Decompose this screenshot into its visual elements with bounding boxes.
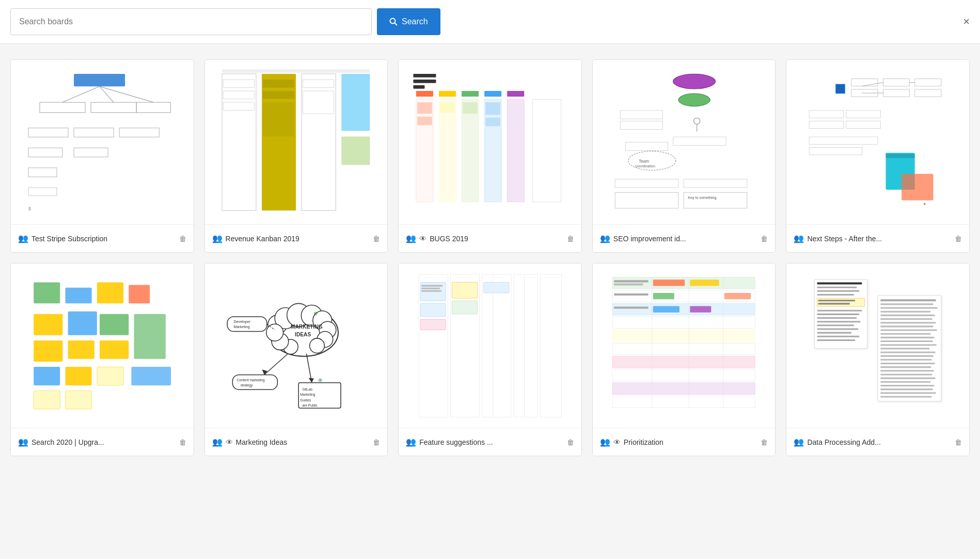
svg-rect-4 (91, 102, 136, 113)
svg-text:Developer: Developer (234, 320, 251, 324)
svg-rect-67 (835, 84, 845, 94)
group-icon: 👥 (212, 437, 223, 447)
delete-board-button[interactable]: 🗑 (567, 438, 574, 446)
svg-text:⊕: ⊕ (318, 377, 322, 383)
svg-rect-12 (28, 148, 62, 157)
svg-rect-214 (880, 378, 935, 379)
delete-board-button[interactable]: 🗑 (373, 235, 380, 243)
svg-rect-151 (421, 290, 441, 292)
svg-rect-197 (880, 315, 935, 316)
svg-rect-9 (28, 128, 68, 137)
board-card[interactable]: Team coordination Key to something 👥 SEO… (592, 59, 776, 253)
svg-rect-142 (420, 304, 446, 317)
svg-rect-57 (673, 137, 726, 145)
svg-text:Key to something: Key to something (688, 196, 717, 200)
board-footer-left: 👥 Data Processing Add... (794, 437, 955, 447)
svg-rect-200 (880, 325, 933, 327)
svg-rect-83 (846, 121, 880, 128)
board-card[interactable]: 👥 Feature suggestions ... 🗑 (398, 263, 582, 456)
svg-rect-122 (233, 375, 278, 390)
board-card[interactable]: 👥 Revenue Kanban 2019 🗑 (204, 59, 388, 253)
svg-rect-89 (97, 283, 123, 304)
svg-rect-187 (817, 324, 855, 326)
board-card[interactable]: $ 👥 Test Stripe Subscription 🗑 (10, 59, 194, 253)
board-title: SEO improvement id... (613, 235, 686, 243)
svg-rect-202 (880, 333, 930, 335)
svg-rect-140 (540, 274, 561, 417)
delete-board-button[interactable]: 🗑 (955, 438, 962, 446)
board-preview (593, 263, 776, 428)
group-icon: 👥 (406, 437, 416, 447)
svg-text:MARKETING: MARKETING (291, 324, 323, 330)
svg-rect-181 (818, 300, 856, 301)
svg-rect-209 (880, 359, 931, 361)
group-icon: 👥 (18, 437, 28, 447)
board-preview (399, 60, 581, 224)
svg-rect-72 (915, 79, 941, 86)
board-card[interactable]: MARKETING IDEAS Developer Marketing Cont… (204, 263, 388, 456)
svg-rect-35 (507, 91, 524, 97)
svg-text:Team: Team (639, 159, 650, 164)
delete-board-button[interactable]: 🗑 (955, 235, 962, 243)
close-button[interactable]: × (963, 15, 970, 28)
delete-board-button[interactable]: 🗑 (567, 235, 574, 243)
svg-rect-172 (614, 284, 643, 286)
board-footer-left: 👥 👁 Prioritization (600, 437, 761, 447)
svg-rect-166 (653, 293, 674, 299)
board-footer-left: 👥 👁 BUGS 2019 (406, 234, 567, 243)
board-preview: MARKETING IDEAS Developer Marketing Cont… (205, 263, 388, 428)
board-preview (786, 263, 969, 428)
svg-rect-19 (302, 74, 336, 210)
board-card[interactable]: 👥 Search 2020 | Upgra... 🗑 (10, 263, 194, 456)
delete-board-button[interactable]: 🗑 (761, 235, 768, 243)
svg-rect-70 (883, 79, 909, 86)
board-card[interactable]: 👥 👁 Prioritization 🗑 (592, 263, 776, 456)
delete-board-button[interactable]: 🗑 (373, 438, 380, 446)
svg-rect-198 (880, 318, 932, 320)
group-icon: 👥 (794, 437, 804, 447)
svg-line-8 (99, 86, 153, 102)
svg-rect-194 (880, 304, 933, 305)
delete-board-button[interactable]: 🗑 (179, 235, 186, 243)
board-footer-left: 👥 Revenue Kanban 2019 (212, 234, 373, 243)
svg-rect-196 (880, 311, 930, 313)
svg-rect-146 (484, 283, 509, 293)
svg-rect-44 (440, 102, 455, 113)
board-footer: 👥 Feature suggestions ... 🗑 (399, 428, 581, 456)
svg-rect-218 (880, 392, 936, 394)
board-card[interactable]: 👥 Data Processing Add... 🗑 (786, 263, 970, 456)
group-icon: 👥 (212, 234, 223, 243)
svg-rect-50 (413, 85, 424, 89)
svg-rect-207 (880, 352, 935, 353)
svg-rect-47 (485, 118, 500, 127)
search-button[interactable]: Search (377, 8, 440, 35)
board-footer: 👥 👁 Marketing Ideas 🗑 (205, 428, 388, 456)
svg-rect-219 (880, 396, 931, 398)
svg-rect-193 (880, 299, 936, 301)
delete-board-button[interactable]: 🗑 (179, 438, 186, 446)
board-footer: 👥 Test Stripe Subscription 🗑 (11, 224, 194, 252)
board-footer: 👥 Revenue Kanban 2019 🗑 (205, 224, 388, 252)
svg-rect-91 (34, 314, 62, 335)
svg-rect-23 (223, 102, 255, 110)
svg-text:$: $ (28, 206, 31, 211)
board-card[interactable]: 👥 👁 BUGS 2019 🗑 (398, 59, 582, 253)
svg-rect-165 (653, 280, 685, 286)
board-preview: ✦ (786, 60, 969, 224)
svg-line-125 (264, 354, 288, 375)
svg-rect-185 (817, 317, 857, 319)
svg-rect-98 (34, 367, 60, 385)
svg-rect-30 (342, 136, 370, 165)
board-title: Next Steps - After the... (807, 235, 882, 243)
search-input[interactable] (10, 8, 372, 35)
svg-rect-156 (612, 330, 755, 342)
svg-rect-179 (817, 294, 855, 296)
svg-rect-81 (809, 121, 843, 128)
board-card[interactable]: ✦ 👥 Next Steps - After the... 🗑 (786, 59, 970, 253)
board-footer: 👥 👁 Prioritization 🗑 (593, 428, 776, 456)
delete-board-button[interactable]: 🗑 (761, 438, 768, 446)
svg-rect-191 (817, 339, 856, 341)
svg-rect-13 (74, 148, 108, 157)
svg-rect-21 (223, 80, 255, 87)
svg-rect-199 (880, 322, 936, 323)
